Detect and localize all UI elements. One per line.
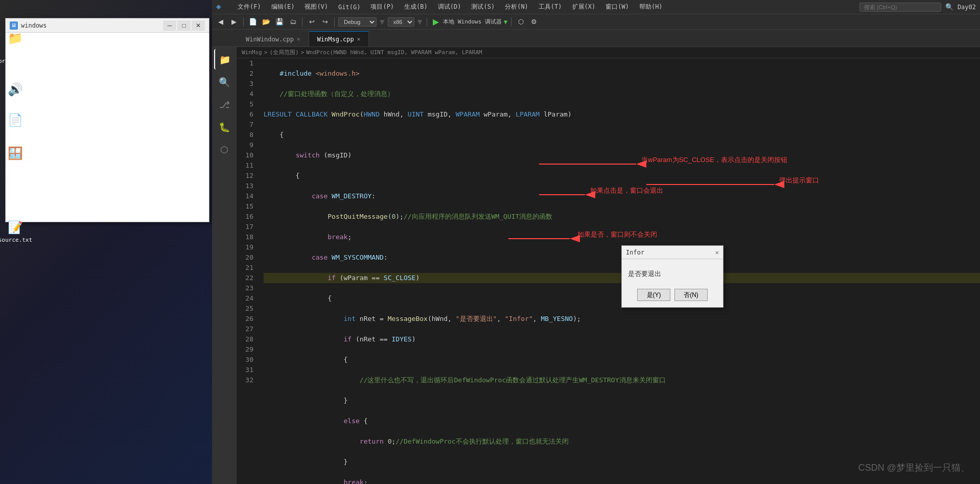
day-label: Day02 bbox=[958, 4, 976, 11]
debug-activity-icon[interactable]: 🐛 bbox=[214, 117, 235, 137]
tab-winmsg[interactable]: WinMsg.cpp ✕ bbox=[309, 31, 369, 47]
dialog-message: 是否要退出 bbox=[628, 269, 717, 279]
separator-4 bbox=[427, 17, 427, 27]
menu-analyze[interactable]: 分析(N) bbox=[501, 2, 532, 12]
breadcrumb-scope: (全局范围) bbox=[269, 49, 298, 56]
run-label: 本地 Windows 调试器 bbox=[443, 18, 502, 26]
search-activity-icon[interactable]: 🔍 bbox=[214, 72, 235, 92]
tab-winwindow[interactable]: WinWindow.cpp ✕ bbox=[238, 31, 309, 47]
source-icon: 📝 bbox=[7, 219, 24, 236]
desktop-icon-audio[interactable]: 🔊 audi bbox=[0, 79, 31, 107]
tabs-bar: WinWindow.cpp ✕ WinMsg.cpp ✕ bbox=[212, 30, 980, 47]
desktop-icon-win[interactable]: 🪟 win bbox=[0, 143, 31, 171]
breadcrumb-file: WinMsg bbox=[242, 49, 262, 56]
menubar-right: 🔍 Day02 bbox=[859, 3, 976, 12]
dialog-yes-button[interactable]: 是(Y) bbox=[637, 289, 670, 301]
audio-label: audi bbox=[9, 99, 22, 105]
desktop-icon-ocpl[interactable]: 📄 oc Pl bbox=[0, 110, 31, 138]
search-input[interactable] bbox=[859, 3, 941, 12]
vscode-window: ◈ 文件(F) 编辑(E) 视图(V) Git(G) 项目(P) 生成(B) 调… bbox=[212, 0, 980, 484]
ocpl-label: oc Pl bbox=[7, 129, 24, 136]
infor-dialog: Infor ✕ 是否要退出 是(Y) 否(N) bbox=[621, 245, 724, 308]
breadcrumb-function: WndProc(HWND hWnd, UINT msgID, WPARAM wP… bbox=[306, 49, 482, 56]
dialog-title: Infor bbox=[626, 249, 644, 256]
editor-container: WinMsg > (全局范围) > WndProc(HWND hWnd, UIN… bbox=[237, 47, 980, 484]
win-controls: ─ □ ✕ bbox=[163, 20, 205, 31]
tab-winmsg-close[interactable]: ✕ bbox=[357, 36, 361, 42]
breadcrumb-sep2: > bbox=[301, 49, 305, 56]
menu-debug[interactable]: 调试(D) bbox=[434, 2, 465, 12]
menu-tools[interactable]: 工具(T) bbox=[534, 2, 566, 12]
dialog-close-button[interactable]: ✕ bbox=[715, 249, 719, 256]
separator-5 bbox=[511, 17, 511, 27]
win-titlebar: 🖥 windows ─ □ ✕ bbox=[6, 18, 209, 33]
menu-project[interactable]: 项目(P) bbox=[366, 2, 398, 12]
breadcrumb-sep1: > bbox=[264, 49, 268, 56]
vs-logo: ◈ bbox=[216, 2, 227, 13]
undo-button[interactable]: ↩ bbox=[306, 16, 317, 28]
maximize-button[interactable]: □ bbox=[177, 20, 191, 31]
dialog-buttons: 是(Y) 否(N) bbox=[628, 289, 717, 301]
explorer-icon[interactable]: 📁 bbox=[214, 49, 235, 70]
desktop-icon-workstation[interactable]: 🖥 Workstati... bbox=[0, 38, 31, 66]
back-button[interactable]: ◀ bbox=[215, 16, 226, 28]
open-button[interactable]: 📂 bbox=[261, 16, 272, 28]
menu-file[interactable]: 文件(F) bbox=[234, 2, 265, 12]
toolbar: ◀ ▶ 📄 📂 💾 🗂 ↩ ↪ Debug Release ▼ x86 x64 … bbox=[212, 14, 980, 30]
forward-button[interactable]: ▶ bbox=[228, 16, 240, 28]
workstation-icon: 🖥 bbox=[7, 40, 24, 57]
menu-extensions[interactable]: 扩展(X) bbox=[568, 2, 600, 12]
dialog-no-button[interactable]: 否(N) bbox=[674, 289, 708, 301]
minimize-button[interactable]: ─ bbox=[163, 20, 176, 31]
redo-button[interactable]: ↪ bbox=[319, 16, 331, 28]
extensions-activity-icon[interactable]: ⬡ bbox=[214, 139, 235, 159]
win-label: win bbox=[10, 163, 20, 169]
activity-bar: 📁 🔍 ⎇ 🐛 ⬡ bbox=[212, 47, 237, 484]
menu-edit[interactable]: 编辑(E) bbox=[267, 2, 299, 12]
menu-test[interactable]: 测试(S) bbox=[467, 2, 499, 12]
menu-help[interactable]: 帮助(H) bbox=[635, 2, 667, 12]
menubar: ◈ 文件(F) 编辑(E) 视图(V) Git(G) 项目(P) 生成(B) 调… bbox=[212, 0, 980, 14]
menu-window[interactable]: 窗口(W) bbox=[601, 2, 633, 12]
save-all-button[interactable]: 🗂 bbox=[287, 16, 298, 28]
debug-mode-dropdown[interactable]: Debug Release bbox=[338, 17, 377, 27]
win-icon2: 🪟 bbox=[7, 145, 24, 162]
platform-dropdown[interactable]: x86 x64 bbox=[388, 17, 414, 27]
run-button[interactable]: ▶ bbox=[431, 17, 441, 27]
audio-icon: 🔊 bbox=[7, 81, 24, 98]
dialog-titlebar: Infor ✕ bbox=[622, 246, 723, 259]
more-button[interactable]: ⚙ bbox=[528, 16, 540, 28]
search-icon: 🔍 bbox=[945, 3, 953, 11]
editor-area: 📁 🔍 ⎇ 🐛 ⬡ WinMsg > (全局范围) > WndProc(HWND… bbox=[212, 47, 980, 484]
dialog-body: 是否要退出 是(Y) 否(N) bbox=[622, 259, 723, 307]
source-label: source.txt bbox=[0, 237, 32, 243]
menu-build[interactable]: 生成(B) bbox=[400, 2, 432, 12]
win-content bbox=[6, 33, 209, 222]
code-editor[interactable]: 123 456 789 101112 131415 161718 192021 … bbox=[237, 58, 980, 484]
tab-winmsg-label: WinMsg.cpp bbox=[317, 36, 354, 43]
ocpl-icon: 📄 bbox=[7, 112, 24, 128]
source-control-icon[interactable]: ⎇ bbox=[214, 94, 235, 114]
code-content: #include <windows.h> //窗口处理函数（自定义，处理消息） … bbox=[260, 58, 980, 484]
windows-app-window: 🖥 windows ─ □ ✕ bbox=[5, 18, 209, 222]
separator-3 bbox=[334, 17, 335, 27]
menu-view[interactable]: 视图(V) bbox=[300, 2, 332, 12]
breadcrumb: WinMsg > (全局范围) > WndProc(HWND hWnd, UIN… bbox=[237, 47, 980, 58]
close-button[interactable]: ✕ bbox=[192, 20, 205, 31]
separator-1 bbox=[243, 17, 244, 27]
win-title-label: windows bbox=[21, 22, 163, 29]
save-button[interactable]: 💾 bbox=[274, 16, 285, 28]
desktop: 🖥 windows ─ □ ✕ 📁 Vi 🖥 Workstati... 🔊 au… bbox=[0, 0, 212, 484]
run-dropdown-arrow[interactable]: ▼ bbox=[504, 18, 507, 26]
workstation-label: Workstati... bbox=[0, 58, 36, 64]
desktop-icon-source[interactable]: 📝 source.txt bbox=[0, 217, 31, 245]
tab-winwindow-close[interactable]: ✕ bbox=[297, 36, 300, 42]
new-file-button[interactable]: 📄 bbox=[247, 16, 259, 28]
separator-2 bbox=[302, 17, 302, 27]
line-numbers: 123 456 789 101112 131415 161718 192021 … bbox=[237, 58, 260, 484]
menu-git[interactable]: Git(G) bbox=[334, 3, 364, 12]
breakpoint-button[interactable]: ⬡ bbox=[515, 16, 526, 28]
tab-winwindow-label: WinWindow.cpp bbox=[246, 36, 294, 43]
